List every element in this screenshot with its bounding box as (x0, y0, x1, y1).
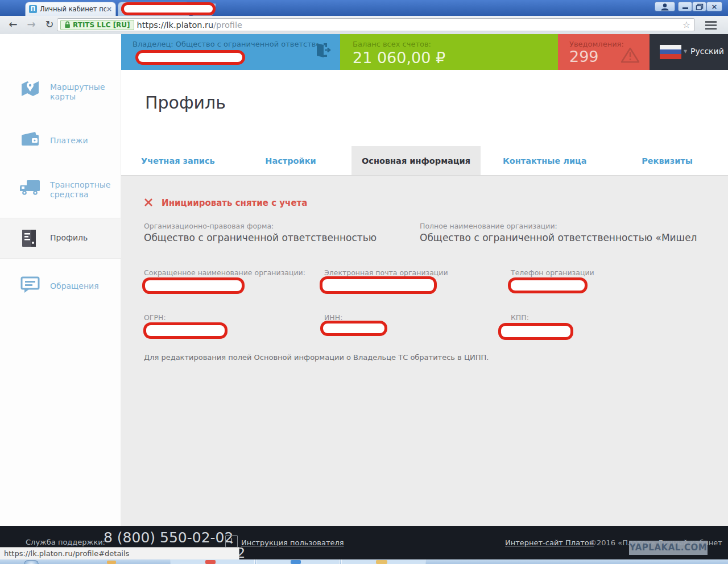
redaction (142, 277, 245, 294)
back-button[interactable]: ← (6, 17, 20, 32)
bookmark-star-icon[interactable]: ☆ (682, 19, 690, 30)
browser-toolbar: ← → ↻ RTITS LLC [RU] https://lk.platon.r… (0, 16, 728, 35)
status-url: https://lk.platon.ru/profile#details (0, 548, 239, 558)
short-name-label: Сокращенное наименование организации: (144, 268, 305, 277)
chat-bubble-icon (20, 276, 40, 293)
status-bar: https://lk.platon.ru/profile#details (0, 547, 239, 559)
tab-account[interactable]: Учетная запись (141, 156, 213, 165)
taskbar-icon (205, 560, 216, 564)
balance-label: Баланс всех счетов: (353, 40, 431, 48)
close-button[interactable]: × (706, 2, 722, 11)
sidebar-item-vehicles[interactable]: Транспортные средства (0, 173, 121, 210)
flag-stripe (660, 45, 681, 49)
tab-main-info-active[interactable]: Основная информация (351, 146, 481, 176)
browser-menu-button[interactable] (705, 21, 717, 30)
caret-down-icon: ▼ (684, 49, 687, 54)
site-link[interactable]: Интернет-сайт Платон (505, 538, 594, 547)
browser-tab-active[interactable]: П Личный кабинет пользов × (25, 2, 116, 16)
owner-block: Владелец: Общество с ограниченной ответс… (121, 34, 340, 70)
watermark: YAPLAKAL.COM (629, 541, 708, 555)
full-name-value: Общество с ограниченной ответственностью… (420, 232, 728, 243)
taskbar-icon (291, 560, 301, 564)
redaction (320, 276, 437, 294)
notifications-count: 299 (569, 48, 599, 65)
browser-window: П Личный кабинет пользов × × × ← → ↻ (0, 0, 728, 564)
legal-form-label: Организационно-правовая форма: (144, 222, 274, 230)
deregister-action[interactable]: Инициировать снятие с учета (144, 197, 307, 208)
taskbar (0, 559, 728, 564)
close-icon: × (712, 2, 718, 11)
sidebar-item-requests[interactable]: Обращения (0, 270, 121, 304)
sidebar-item-payments[interactable]: Платежи (0, 126, 121, 158)
minimize-button[interactable] (678, 2, 692, 11)
balance-block: Баланс всех счетов: 21 060,00 ₽ (340, 34, 558, 70)
refresh-button[interactable]: ↻ (42, 17, 57, 32)
url-path: /profile (213, 20, 242, 30)
profile-user-button[interactable] (655, 2, 675, 11)
phone-label: Телефон организации (511, 268, 594, 277)
redaction (121, 2, 216, 15)
full-name-label: Полное наименование организации: (420, 222, 557, 230)
deregister-label: Инициировать снятие с учета (162, 198, 307, 208)
sidebar-item-label: Профиль (50, 233, 114, 243)
notifications-block[interactable]: Уведомления: 299 (558, 34, 650, 70)
start-button[interactable] (24, 560, 39, 564)
truck-icon (19, 179, 41, 196)
redaction (143, 322, 228, 339)
tab-label: Основная информация (351, 146, 481, 176)
person-icon (660, 3, 670, 11)
redaction (508, 277, 588, 293)
restore-icon (696, 3, 704, 10)
manual-link[interactable]: Инструкция пользователя (241, 538, 344, 547)
edit-note: Для редактирования полей Основной информ… (144, 353, 489, 362)
warning-icon (621, 47, 640, 66)
map-icon (20, 80, 40, 98)
flag-stripe (660, 49, 681, 54)
tab-close-icon[interactable]: × (106, 6, 112, 13)
restore-button[interactable] (692, 2, 706, 11)
menu-bar (705, 24, 717, 26)
sidebar-item-label: Платежи (50, 136, 114, 146)
email-label: Электронная почта организации (324, 268, 448, 277)
taskbar-icon (376, 560, 387, 564)
support-label: Служба поддержки: (26, 538, 105, 546)
tab-settings[interactable]: Настройки (263, 156, 318, 165)
logout-icon[interactable] (315, 42, 332, 61)
padlock-icon (64, 21, 71, 28)
tab-requisites[interactable]: Реквизиты (642, 156, 693, 165)
redaction (498, 323, 573, 340)
page-title: Профиль (145, 93, 226, 113)
sidebar-item-profile-active[interactable]: Профиль (0, 218, 121, 259)
security-badge[interactable]: RTITS LLC [RU] (60, 20, 134, 30)
menu-bar (705, 21, 717, 23)
owner-label: Владелец: Общество с ограниченной ответс… (133, 40, 317, 48)
taskbar-button[interactable] (341, 559, 425, 564)
kpp-label: КПП: (511, 313, 529, 322)
russian-flag-icon (660, 45, 681, 59)
app-header-left: платон (0, 34, 121, 70)
taskbar-icon[interactable] (107, 561, 116, 564)
support-phone-main: 8 (800) 550-02-02 (104, 529, 233, 546)
redaction (135, 50, 245, 65)
forward-button[interactable]: → (24, 17, 39, 32)
tab-title: Личный кабинет пользов (40, 5, 106, 13)
language-label: Русский (690, 47, 724, 56)
menu-bar (705, 28, 717, 30)
sidebar-item-label: Обращения (50, 281, 114, 291)
x-icon (144, 198, 153, 207)
taskbar-button[interactable] (256, 559, 340, 564)
profile-document-icon (22, 229, 36, 247)
sidebar-item-route-maps[interactable]: Маршрутные карты (0, 76, 121, 111)
notifications-label: Уведомления: (569, 40, 624, 48)
sidebar-item-label: Маршрутные карты (50, 82, 114, 102)
tab-contacts[interactable]: Контактные лица (503, 156, 584, 165)
sidebar-item-label: Транспортные средства (50, 180, 114, 200)
address-bar[interactable]: RTITS LLC [RU] https://lk.platon.ru /pro… (57, 18, 695, 31)
redaction (320, 321, 387, 336)
minimize-icon (682, 7, 688, 9)
wallet-icon (20, 131, 40, 147)
language-selector[interactable]: ▼ Русский (650, 34, 728, 70)
taskbar-button[interactable] (171, 559, 255, 564)
legal-form-value: Общество с ограниченной ответственностью (144, 232, 377, 243)
url-host: https://lk.platon.ru (137, 20, 214, 30)
